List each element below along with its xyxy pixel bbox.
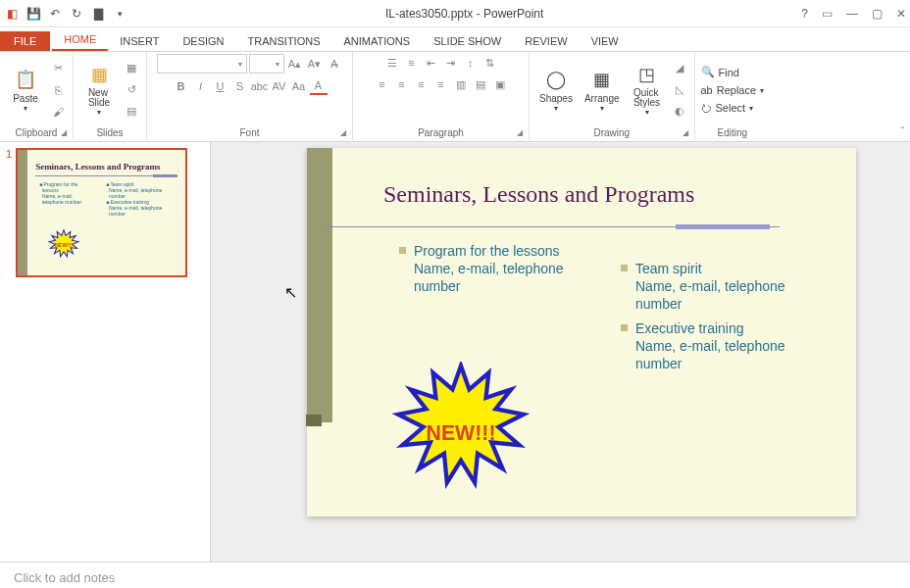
- star-icon: NEW!!!: [47, 228, 80, 262]
- quick-styles-button[interactable]: ◳ Quick Styles▾: [628, 61, 667, 119]
- line-spacing-icon[interactable]: ↕: [462, 54, 480, 72]
- new-slide-button[interactable]: ▦ New Slide ▾: [79, 61, 119, 119]
- thumbnail-number: 1: [6, 148, 12, 277]
- app-icon: ◧: [4, 6, 20, 22]
- content-area: 1 Seminars, Lessons and Programs ■ Progr…: [0, 142, 910, 562]
- tab-animations[interactable]: ANIMATIONS: [332, 31, 423, 51]
- italic-icon[interactable]: I: [192, 77, 210, 95]
- star-text: NEW!!!: [427, 421, 496, 445]
- slide-decor-corner: [306, 415, 322, 426]
- drawing-launcher-icon[interactable]: ◢: [682, 128, 688, 137]
- format-painter-icon[interactable]: 🖌: [49, 103, 67, 121]
- font-launcher-icon[interactable]: ◢: [340, 128, 346, 137]
- tab-insert[interactable]: INSERT: [108, 31, 171, 51]
- group-editing: 🔍Find abReplace▾ ⭮Select▾ Editing: [695, 52, 771, 140]
- ribbon-options-icon[interactable]: ▭: [822, 7, 833, 21]
- change-case-icon[interactable]: Aa: [290, 77, 308, 95]
- quick-access-toolbar: ◧ 💾 ↶ ↻ ▇ ▾: [4, 6, 127, 22]
- increase-font-icon[interactable]: A▴: [286, 55, 304, 73]
- title-underline-accent: [676, 224, 770, 229]
- tab-file[interactable]: FILE: [0, 31, 50, 51]
- select-button[interactable]: ⭮Select▾: [701, 102, 754, 114]
- star-shape[interactable]: NEW!!!: [391, 362, 531, 501]
- layout-icon[interactable]: ▦: [123, 60, 140, 77]
- clipboard-launcher-icon[interactable]: ◢: [61, 128, 67, 137]
- start-from-beginning-icon[interactable]: ▇: [90, 6, 106, 22]
- shape-outline-icon[interactable]: ◺: [671, 81, 688, 99]
- tab-slideshow[interactable]: SLIDE SHOW: [422, 31, 513, 51]
- font-color-icon[interactable]: A: [310, 77, 328, 95]
- find-icon: 🔍: [701, 66, 715, 78]
- save-icon[interactable]: 💾: [25, 6, 41, 22]
- group-label-drawing: Drawing: [593, 127, 630, 138]
- notes-pane[interactable]: Click to add notes: [0, 562, 910, 588]
- slide-editor[interactable]: Seminars, Lessons and Programs Program f…: [211, 142, 910, 562]
- copy-icon[interactable]: ⎘: [49, 81, 67, 99]
- underline-icon[interactable]: U: [212, 77, 229, 95]
- bullets-icon[interactable]: ☰: [383, 54, 401, 72]
- tab-review[interactable]: REVIEW: [513, 31, 579, 51]
- group-label-paragraph: Paragraph: [418, 127, 464, 138]
- replace-button[interactable]: abReplace▾: [701, 84, 765, 96]
- window-title: IL-ates3050.pptx - PowerPoint: [127, 7, 801, 21]
- restore-icon[interactable]: ▢: [872, 7, 883, 21]
- shape-fill-icon[interactable]: ◢: [671, 60, 688, 77]
- bold-icon[interactable]: B: [173, 77, 190, 95]
- increase-indent-icon[interactable]: ⇥: [442, 54, 460, 72]
- group-label-slides: Slides: [79, 125, 140, 138]
- slide-thumbnail-1[interactable]: Seminars, Lessons and Programs ■ Program…: [16, 148, 187, 277]
- redo-icon[interactable]: ↻: [69, 6, 84, 22]
- close-icon[interactable]: ✕: [896, 7, 906, 21]
- tab-view[interactable]: VIEW: [580, 31, 631, 51]
- align-center-icon[interactable]: ≡: [393, 75, 411, 93]
- content-column-1[interactable]: Program for the lessonsName, e-mail, tel…: [399, 242, 566, 302]
- bullet-icon: [399, 247, 406, 254]
- char-spacing-icon[interactable]: AV: [271, 77, 288, 95]
- justify-icon[interactable]: ≡: [432, 75, 450, 93]
- font-name-combo[interactable]: ▾: [157, 54, 247, 74]
- align-text-icon[interactable]: ▤: [472, 75, 489, 93]
- clear-formatting-icon[interactable]: A̶: [326, 55, 343, 73]
- content-column-2[interactable]: Team spiritName, e-mail, telephone numbe…: [621, 260, 817, 378]
- numbering-icon[interactable]: ≡: [403, 54, 421, 72]
- align-left-icon[interactable]: ≡: [374, 75, 391, 93]
- slide-canvas[interactable]: Seminars, Lessons and Programs Program f…: [307, 148, 856, 516]
- tab-home[interactable]: HOME: [52, 29, 108, 51]
- paste-button[interactable]: 📋 Paste ▾: [6, 66, 45, 115]
- group-label-font: Font: [239, 127, 259, 138]
- cut-icon[interactable]: ✂: [49, 60, 67, 77]
- shapes-button[interactable]: ◯ Shapes▾: [535, 66, 577, 115]
- arrange-button[interactable]: ▦ Arrange▾: [581, 66, 624, 115]
- tab-design[interactable]: DESIGN: [171, 31, 235, 51]
- window-controls: ? ▭ — ▢ ✕: [801, 7, 906, 21]
- paragraph-launcher-icon[interactable]: ◢: [517, 128, 523, 137]
- decrease-font-icon[interactable]: A▾: [306, 55, 324, 73]
- font-size-combo[interactable]: ▾: [249, 54, 284, 74]
- text-direction-icon[interactable]: ⇅: [481, 54, 499, 72]
- ribbon-tabs: FILE HOME INSERT DESIGN TRANSITIONS ANIM…: [0, 27, 910, 52]
- undo-icon[interactable]: ↶: [47, 6, 63, 22]
- strikethrough-icon[interactable]: abc: [251, 77, 269, 95]
- ribbon: 📋 Paste ▾ ✂ ⎘ 🖌 Clipboard◢ ▦ New Slide ▾…: [0, 52, 910, 142]
- find-button[interactable]: 🔍Find: [701, 66, 739, 78]
- group-drawing: ◯ Shapes▾ ▦ Arrange▾ ◳ Quick Styles▾ ◢ ◺…: [530, 52, 695, 140]
- shape-effects-icon[interactable]: ◐: [671, 103, 688, 121]
- columns-icon[interactable]: ▥: [452, 75, 470, 93]
- align-right-icon[interactable]: ≡: [413, 75, 430, 93]
- tab-transitions[interactable]: TRANSITIONS: [236, 31, 332, 51]
- slide-title[interactable]: Seminars, Lessons and Programs: [383, 181, 694, 208]
- shadow-icon[interactable]: S: [231, 77, 249, 95]
- collapse-ribbon-icon[interactable]: ˆ: [901, 126, 904, 137]
- section-icon[interactable]: ▤: [123, 103, 140, 121]
- smartart-icon[interactable]: ▣: [491, 75, 509, 93]
- group-paragraph: ☰ ≡ ⇤ ⇥ ↕ ⇅ ≡ ≡ ≡ ≡ ▥ ▤ ▣ Paragraph◢: [353, 52, 530, 140]
- shapes-icon: ◯: [544, 68, 568, 91]
- slide-thumbnails-panel: 1 Seminars, Lessons and Programs ■ Progr…: [0, 142, 211, 562]
- reset-icon[interactable]: ↺: [123, 81, 140, 99]
- minimize-icon[interactable]: —: [846, 7, 858, 21]
- decrease-indent-icon[interactable]: ⇤: [423, 54, 440, 72]
- svg-text:NEW!!!: NEW!!!: [55, 242, 73, 248]
- qa-customize-icon[interactable]: ▾: [112, 6, 127, 22]
- bullet-icon: [621, 324, 628, 331]
- help-icon[interactable]: ?: [801, 7, 808, 21]
